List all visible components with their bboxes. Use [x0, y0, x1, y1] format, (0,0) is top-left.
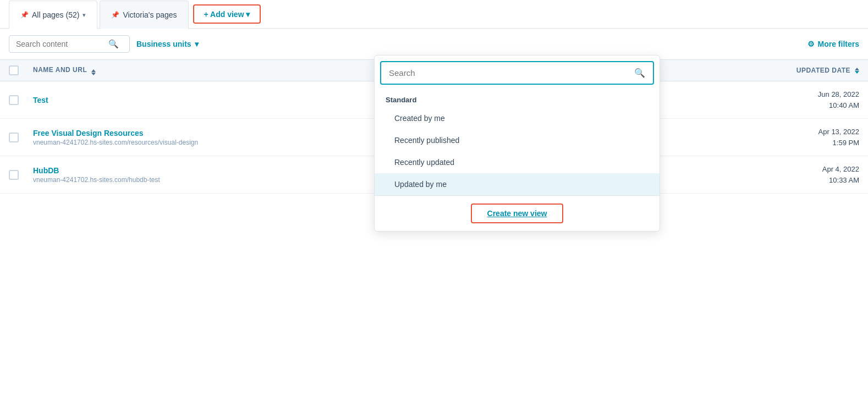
tab-all-pages-label: All pages (52)	[32, 10, 79, 19]
chevron-down-icon: ▾	[83, 12, 86, 19]
row-link-1[interactable]: Test	[33, 96, 48, 105]
dropdown-search-icon: 🔍	[634, 68, 645, 78]
col-date-header: UPDATED DATE	[771, 67, 859, 74]
pin-icon-2: 📌	[111, 11, 119, 19]
row-date-2: Apr 13, 2022 1:59 PM	[771, 127, 859, 148]
create-new-view-button[interactable]: Create new view	[471, 204, 564, 223]
row-date-1: Jun 28, 2022 10:40 AM	[771, 89, 859, 111]
add-view-label: + Add view ▾	[204, 10, 250, 19]
select-all-checkbox[interactable]	[9, 65, 19, 75]
business-units-button[interactable]: Business units ▾	[136, 40, 199, 48]
page-wrapper: 📌 All pages (52) ▾ 📌 Victoria's pages + …	[0, 0, 868, 407]
dropdown-search-input[interactable]	[389, 68, 630, 78]
pin-icon: 📌	[20, 11, 29, 19]
dropdown-footer: Create new view	[375, 195, 660, 231]
tab-bar: 📌 All pages (52) ▾ 📌 Victoria's pages + …	[0, 0, 868, 29]
row-link-3[interactable]: HubDB	[33, 166, 59, 175]
dropdown-item-recently-updated[interactable]: Recently updated	[375, 151, 660, 173]
tab-victorias-pages-label: Victoria's pages	[123, 10, 177, 19]
sort-arrow-name	[91, 69, 96, 75]
row-date-3: Apr 4, 2022 10:33 AM	[771, 164, 859, 185]
row-link-2[interactable]: Free Visual Design Resources	[33, 129, 144, 138]
dropdown-section-standard: Standard	[375, 90, 660, 107]
tab-all-pages[interactable]: 📌 All pages (52) ▾	[9, 1, 97, 29]
chevron-down-icon-bu: ▾	[195, 40, 199, 48]
dropdown-item-created-by-me[interactable]: Created by me	[375, 107, 660, 129]
business-units-label: Business units	[136, 40, 191, 48]
search-content-box[interactable]: 🔍	[9, 35, 130, 53]
row-checkbox-1[interactable]	[9, 95, 19, 105]
more-filters-button[interactable]: ⚙ More filters	[807, 40, 859, 48]
dropdown-item-recently-published[interactable]: Recently published	[375, 129, 660, 151]
row-checkbox-3[interactable]	[9, 170, 19, 180]
dropdown-item-updated-by-me[interactable]: Updated by me	[375, 173, 660, 195]
add-view-dropdown: 🔍 Standard Created by me Recently publis…	[374, 55, 660, 232]
tab-victorias-pages[interactable]: 📌 Victoria's pages	[100, 1, 188, 29]
sort-arrow-date	[855, 68, 859, 74]
dropdown-search-box[interactable]: 🔍	[380, 61, 654, 85]
row-checkbox-2[interactable]	[9, 133, 19, 142]
search-icon: 🔍	[108, 39, 119, 49]
more-filters-label: More filters	[818, 40, 859, 48]
search-content-input[interactable]	[16, 40, 104, 48]
filter-icon: ⚙	[807, 40, 815, 48]
add-view-button[interactable]: + Add view ▾	[193, 4, 261, 24]
